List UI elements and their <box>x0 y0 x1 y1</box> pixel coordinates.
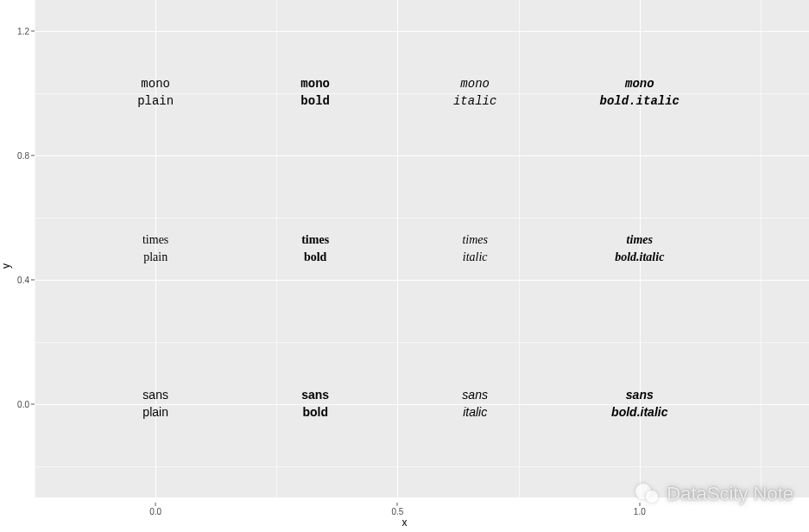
text-label: sansbold.italic <box>611 387 667 421</box>
x-tick-label: 0.0 <box>149 507 161 516</box>
text-label-family: mono <box>600 76 679 93</box>
text-label: monobold <box>300 76 330 110</box>
y-tick-mark <box>31 280 35 281</box>
text-label-face: bold <box>300 93 330 111</box>
y-tick-label: 0.8 <box>10 151 29 161</box>
text-label-family: sans <box>462 387 488 404</box>
text-label-face: italic <box>462 404 488 421</box>
plot-panel: sansplainsansboldsansitalicsansbold.ital… <box>35 0 809 497</box>
text-label-family: times <box>301 231 329 249</box>
text-label-family: sans <box>611 387 667 404</box>
text-label-family: times <box>615 231 664 249</box>
text-label-face: bold <box>301 249 329 266</box>
text-label: timesbold.italic <box>615 231 664 265</box>
x-tick-label: 0.5 <box>392 507 404 516</box>
text-label-family: times <box>462 231 488 249</box>
text-label-family: mono <box>300 76 330 93</box>
y-tick-label: 0.0 <box>10 400 29 409</box>
text-label: monobold.italic <box>600 76 679 110</box>
text-label: timesitalic <box>462 231 488 265</box>
text-label-family: times <box>142 231 168 249</box>
text-label-face: bold.italic <box>600 93 679 111</box>
text-label: sansitalic <box>462 387 488 421</box>
text-label: monoitalic <box>453 76 496 110</box>
text-label-face: bold <box>301 404 329 421</box>
text-label-face: plain <box>142 249 168 266</box>
text-label-face: bold.italic <box>615 249 664 266</box>
text-label-face: plain <box>142 404 168 421</box>
x-tick-label: 1.0 <box>634 507 646 516</box>
x-tick-mark <box>397 503 398 506</box>
y-tick-mark <box>31 404 35 405</box>
text-label-face: italic <box>462 249 488 266</box>
x-tick-mark <box>639 503 640 506</box>
y-tick-mark <box>31 155 35 156</box>
text-label-family: mono <box>453 76 496 93</box>
text-label-family: sans <box>142 387 168 404</box>
text-label-family: mono <box>137 76 174 93</box>
y-tick-mark <box>31 31 35 32</box>
y-axis-title: y <box>0 263 12 269</box>
text-label: sansbold <box>301 387 329 421</box>
x-axis-title: x <box>402 516 408 529</box>
text-label-family: sans <box>301 387 329 404</box>
y-tick-label: 1.2 <box>10 27 29 36</box>
text-label-face: italic <box>453 93 496 111</box>
text-label: monoplain <box>137 76 174 110</box>
text-label-face: bold.italic <box>611 404 667 421</box>
text-label: timesplain <box>142 231 168 265</box>
text-label: timesbold <box>301 231 329 265</box>
text-label-face: plain <box>137 93 174 111</box>
y-tick-label: 0.4 <box>10 276 29 285</box>
text-label: sansplain <box>142 387 168 421</box>
x-tick-mark <box>155 503 156 506</box>
